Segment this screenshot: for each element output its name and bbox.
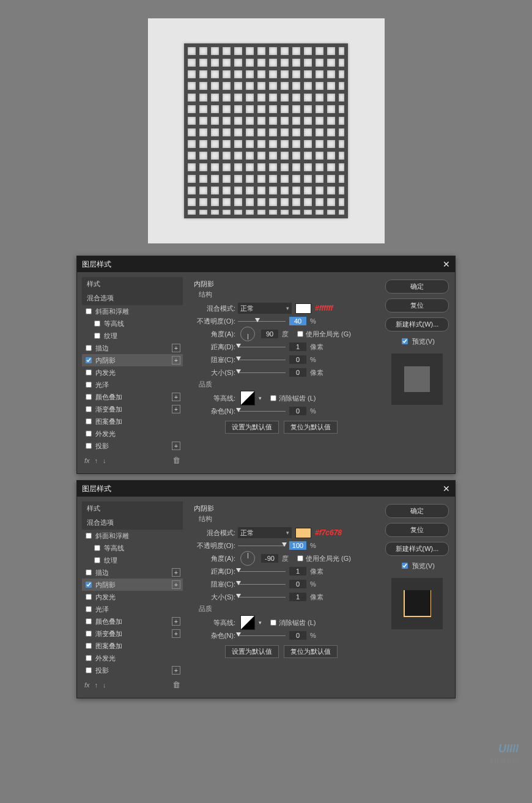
opacity-slider[interactable] xyxy=(238,541,286,550)
choke-slider[interactable] xyxy=(238,580,286,588)
style-pat-overlay[interactable]: 图案叠加 xyxy=(82,640,183,652)
style-texture[interactable]: 纹理 xyxy=(82,330,183,342)
noise-slider[interactable] xyxy=(238,407,286,415)
distance-input[interactable] xyxy=(289,342,306,351)
pat-overlay-checkbox[interactable] xyxy=(86,418,92,424)
color-overlay-checkbox[interactable] xyxy=(86,618,92,624)
style-inner-glow[interactable]: 内发光 xyxy=(82,366,183,379)
dialog-titlebar[interactable]: 图层样式 ✕ xyxy=(77,256,455,272)
arrow-up-icon[interactable]: ↑ xyxy=(95,457,98,464)
blend-mode-combo[interactable]: 正常 xyxy=(238,303,292,314)
grad-overlay-checkbox[interactable] xyxy=(86,631,92,637)
contour-checkbox[interactable] xyxy=(94,320,100,327)
angle-dial[interactable] xyxy=(240,551,255,566)
contour-dropdown-icon[interactable]: ▾ xyxy=(259,395,262,401)
style-contour[interactable]: 等高线 xyxy=(82,542,183,554)
satin-checkbox[interactable] xyxy=(86,382,92,388)
style-inner-shadow[interactable]: 内阴影+ xyxy=(82,579,183,591)
noise-input[interactable] xyxy=(289,631,306,640)
size-slider[interactable] xyxy=(238,368,286,377)
texture-checkbox[interactable] xyxy=(94,557,100,563)
style-bevel[interactable]: 斜面和浮雕 xyxy=(82,530,183,542)
contour-checkbox[interactable] xyxy=(94,545,100,551)
style-grad-overlay[interactable]: 渐变叠加+ xyxy=(82,403,183,415)
trash-icon[interactable]: 🗑 xyxy=(172,680,180,689)
new-style-button[interactable]: 新建样式(W)... xyxy=(385,542,449,556)
styles-header[interactable]: 样式 xyxy=(82,277,183,291)
arrow-up-icon[interactable]: ↑ xyxy=(95,681,98,689)
drop-shadow-checkbox[interactable] xyxy=(86,443,92,449)
antialias-checkbox[interactable]: 消除锯齿 (L) xyxy=(270,618,316,627)
blend-options[interactable]: 混合选项 xyxy=(82,516,183,530)
add-stroke-icon[interactable]: + xyxy=(172,344,180,352)
add-color-overlay-icon[interactable]: + xyxy=(172,393,180,401)
choke-input[interactable] xyxy=(289,580,306,588)
distance-slider[interactable] xyxy=(238,342,286,351)
inner-glow-checkbox[interactable] xyxy=(86,594,92,600)
color-swatch[interactable] xyxy=(295,528,311,538)
size-input[interactable] xyxy=(289,593,306,601)
add-grad-overlay-icon[interactable]: + xyxy=(172,405,180,413)
style-color-overlay[interactable]: 颜色叠加+ xyxy=(82,391,183,403)
add-stroke-icon[interactable]: + xyxy=(172,568,180,577)
style-bevel[interactable]: 斜面和浮雕 xyxy=(82,305,183,317)
trash-icon[interactable]: 🗑 xyxy=(172,456,180,465)
contour-picker[interactable] xyxy=(240,391,255,405)
style-drop-shadow[interactable]: 投影+ xyxy=(82,664,183,676)
styles-header[interactable]: 样式 xyxy=(82,501,183,516)
style-outer-glow[interactable]: 外发光 xyxy=(82,652,183,664)
size-input[interactable] xyxy=(289,368,306,377)
dialog-titlebar[interactable]: 图层样式 ✕ xyxy=(77,481,455,497)
blend-options[interactable]: 混合选项 xyxy=(82,291,183,305)
inner-glow-checkbox[interactable] xyxy=(86,369,92,376)
style-color-overlay[interactable]: 颜色叠加+ xyxy=(82,615,183,627)
style-stroke[interactable]: 描边+ xyxy=(82,566,183,579)
preview-checkbox[interactable]: 预览(V) xyxy=(385,561,449,571)
color-swatch[interactable] xyxy=(295,303,311,314)
noise-slider[interactable] xyxy=(238,631,286,640)
satin-checkbox[interactable] xyxy=(86,606,92,612)
stroke-checkbox[interactable] xyxy=(86,345,92,351)
opacity-slider[interactable] xyxy=(238,317,286,325)
texture-checkbox[interactable] xyxy=(94,333,100,339)
reset-default-button[interactable]: 复位为默认值 xyxy=(284,421,338,434)
add-drop-shadow-icon[interactable]: + xyxy=(172,666,180,675)
style-texture[interactable]: 纹理 xyxy=(82,554,183,566)
size-slider[interactable] xyxy=(238,593,286,601)
drop-shadow-checkbox[interactable] xyxy=(86,667,92,673)
choke-input[interactable] xyxy=(289,355,306,364)
set-default-button[interactable]: 设置为默认值 xyxy=(225,421,279,434)
style-inner-glow[interactable]: 内发光 xyxy=(82,591,183,603)
angle-input[interactable] xyxy=(261,554,278,563)
bevel-checkbox[interactable] xyxy=(86,533,92,539)
choke-slider[interactable] xyxy=(238,355,286,364)
antialias-checkbox[interactable]: 消除锯齿 (L) xyxy=(270,394,316,403)
noise-input[interactable] xyxy=(289,407,306,415)
fx-menu[interactable]: fx xyxy=(84,457,90,464)
arrow-down-icon[interactable]: ↓ xyxy=(103,457,106,464)
style-outer-glow[interactable]: 外发光 xyxy=(82,427,183,440)
add-inner-shadow-icon[interactable]: + xyxy=(172,356,180,364)
style-pat-overlay[interactable]: 图案叠加 xyxy=(82,415,183,427)
preview-checkbox[interactable]: 预览(V) xyxy=(385,336,449,346)
cancel-button[interactable]: 复位 xyxy=(385,523,449,537)
grad-overlay-checkbox[interactable] xyxy=(86,406,92,412)
stroke-checkbox[interactable] xyxy=(86,569,92,575)
add-drop-shadow-icon[interactable]: + xyxy=(172,442,180,450)
opacity-input[interactable] xyxy=(289,541,306,550)
close-icon[interactable]: ✕ xyxy=(443,259,450,269)
contour-picker[interactable] xyxy=(240,615,255,630)
style-satin[interactable]: 光泽 xyxy=(82,603,183,615)
reset-default-button[interactable]: 复位为默认值 xyxy=(284,645,338,658)
distance-input[interactable] xyxy=(289,567,306,575)
add-inner-shadow-icon[interactable]: + xyxy=(172,580,180,589)
contour-dropdown-icon[interactable]: ▾ xyxy=(259,620,262,626)
distance-slider[interactable] xyxy=(238,567,286,575)
global-light-checkbox[interactable]: 使用全局光 (G) xyxy=(297,554,351,563)
fx-menu[interactable]: fx xyxy=(84,681,90,689)
pat-overlay-checkbox[interactable] xyxy=(86,643,92,649)
cancel-button[interactable]: 复位 xyxy=(385,298,449,313)
arrow-down-icon[interactable]: ↓ xyxy=(103,681,106,689)
ok-button[interactable]: 确定 xyxy=(385,279,449,294)
angle-input[interactable] xyxy=(261,330,278,338)
